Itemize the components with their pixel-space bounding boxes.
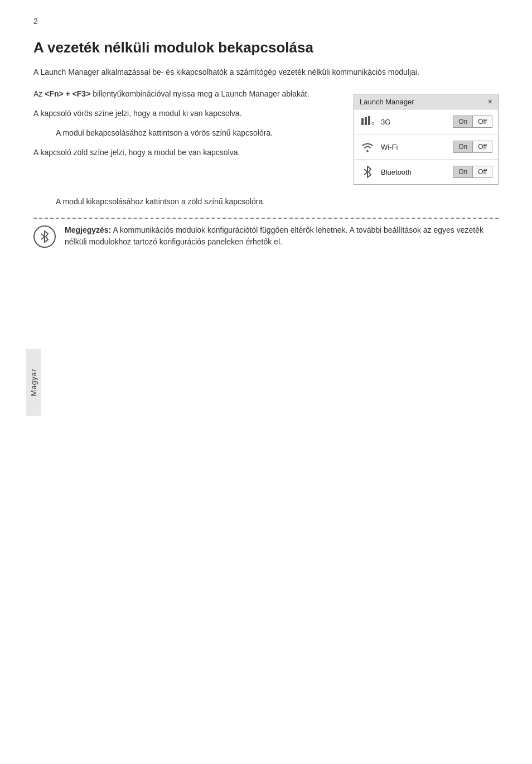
wifi-on-button[interactable]: On [453, 141, 472, 153]
3g-toggle[interactable]: On Off [453, 116, 492, 128]
main-content: A vezeték nélküli modulok bekapcsolása A… [33, 0, 499, 248]
svg-point-4 [366, 150, 369, 152]
main-section: Az <Fn> + <F3> billentyűkombinációval ny… [33, 88, 499, 185]
note-icon [33, 225, 56, 248]
paragraph-3-indented: A modul bekapcsolásához kattintson a vör… [56, 127, 337, 139]
launch-manager-row-3g: G 3G On Off [354, 109, 498, 134]
bluetooth-icon [360, 164, 375, 180]
page-title: A vezeték nélküli modulok bekapcsolása [33, 39, 499, 56]
note-paragraph: Megjegyzés: A kommunikációs modulok konf… [65, 224, 499, 248]
note-content: A kommunikációs modulok konfigurációtól … [65, 225, 483, 246]
3g-label: 3G [381, 118, 453, 126]
svg-marker-8 [45, 231, 48, 242]
paragraph-4: A kapcsoló zöld színe jelzi, hogy a modu… [33, 147, 337, 158]
intro-paragraph: A Launch Manager alkalmazással be- és ki… [33, 66, 499, 78]
bluetooth-off-button[interactable]: Off [472, 166, 492, 178]
paragraph-5-indented: A modul kikapcsolásához kattintson a zöl… [56, 196, 499, 208]
key-combo: <Fn> + <F3> [45, 89, 90, 98]
bluetooth-on-button[interactable]: On [453, 166, 472, 178]
svg-text:G: G [371, 121, 374, 126]
svg-rect-0 [361, 118, 364, 125]
bluetooth-toggle[interactable]: On Off [453, 166, 492, 178]
bluetooth-label: Bluetooth [381, 168, 453, 176]
launch-manager-close-icon[interactable]: × [488, 97, 492, 106]
launch-manager-row-wifi: Wi-Fi On Off [354, 134, 498, 160]
launch-manager-header: Launch Manager × [354, 94, 498, 109]
wifi-icon [360, 139, 375, 155]
svg-rect-1 [365, 117, 367, 125]
launch-manager-title: Launch Manager [360, 98, 414, 106]
paragraph-2: A kapcsoló vörös színe jelzi, hogy a mod… [33, 108, 337, 119]
3g-off-button[interactable]: Off [472, 116, 492, 128]
svg-rect-2 [368, 116, 370, 125]
wifi-off-button[interactable]: Off [472, 141, 492, 153]
3g-on-button[interactable]: On [453, 116, 472, 128]
page-number: 2 [33, 17, 38, 26]
svg-marker-5 [367, 166, 371, 177]
wifi-toggle[interactable]: On Off [453, 141, 492, 153]
note-box: Megjegyzés: A kommunikációs modulok konf… [33, 218, 499, 248]
text-column: Az <Fn> + <F3> billentyűkombinációval ny… [33, 88, 337, 166]
launch-manager-row-bluetooth: Bluetooth On Off [354, 160, 498, 184]
below-section: A modul kikapcsolásához kattintson a zöl… [33, 196, 499, 248]
paragraph-1: Az <Fn> + <F3> billentyűkombinációval ny… [33, 88, 337, 100]
note-label: Megjegyzés: [65, 225, 111, 234]
sidebar-language-label: Magyar [26, 349, 41, 416]
wifi-label: Wi-Fi [381, 143, 453, 151]
launch-manager-widget: Launch Manager × G 3G On Off [354, 94, 499, 185]
3g-icon: G [360, 114, 375, 129]
